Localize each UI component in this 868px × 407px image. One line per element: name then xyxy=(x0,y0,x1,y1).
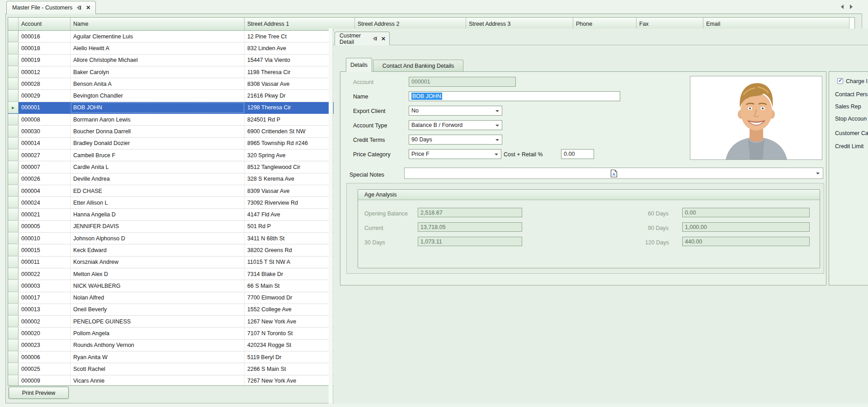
charge-checkbox[interactable]: ✓ xyxy=(837,78,843,84)
account-cell: 000020 xyxy=(19,327,71,339)
row-selector[interactable] xyxy=(8,375,19,385)
account-cell: 000017 xyxy=(19,292,71,304)
print-preview-label: Print Preview xyxy=(22,390,56,396)
tab-master-file-customers[interactable]: Master File - Customers ✕ xyxy=(6,1,96,14)
credit-terms-value: 90 Days xyxy=(411,136,432,143)
name-cell: JENNIFER DAVIS xyxy=(71,221,245,232)
customer-category-label: Customer Ca xyxy=(835,130,868,136)
pin-icon[interactable] xyxy=(76,5,82,10)
days60-field: 0.00 xyxy=(682,208,810,217)
export-client-dropdown[interactable]: No xyxy=(409,106,502,116)
column-header[interactable]: Name xyxy=(71,18,245,30)
name-cell: BOB JOHN xyxy=(71,102,245,113)
name-cell: Hanna Angelia D xyxy=(71,209,245,220)
chevron-down-icon xyxy=(816,173,820,174)
rich-text-document-icon: A xyxy=(610,169,617,179)
account-value: 000001 xyxy=(411,79,430,85)
row-selector[interactable] xyxy=(8,42,19,54)
row-selector[interactable] xyxy=(8,31,19,42)
row-selector[interactable] xyxy=(8,233,19,244)
panel-splitter[interactable] xyxy=(329,28,333,403)
account-cell: 000013 xyxy=(19,304,71,315)
row-selector[interactable] xyxy=(8,340,19,351)
close-icon[interactable]: ✕ xyxy=(86,5,90,10)
row-selector[interactable] xyxy=(8,185,19,196)
tab-customer-detail[interactable]: Custmer Detail ✕ xyxy=(335,32,390,45)
special-notes-label: Special Notes xyxy=(349,170,384,180)
cost-retail-value: 0.00 xyxy=(564,151,575,157)
name-cell: Korszniak Andrew xyxy=(71,257,245,268)
scroll-tabs-right-icon[interactable] xyxy=(850,5,853,9)
row-selector[interactable] xyxy=(8,90,19,101)
customer-detail-panel: Custmer Detail ✕ Details Contact And Ban… xyxy=(329,28,868,403)
row-selector[interactable] xyxy=(8,55,19,66)
export-client-value: No xyxy=(411,108,419,114)
account-cell: 000029 xyxy=(19,90,71,101)
scroll-tabs-left-icon[interactable] xyxy=(841,5,844,9)
name-cell: Cardle Anita L xyxy=(71,161,245,173)
name-input[interactable]: BOB JOHN xyxy=(409,91,620,101)
row-selector[interactable] xyxy=(8,304,19,315)
row-selector[interactable] xyxy=(8,292,19,304)
row-selector[interactable] xyxy=(8,150,19,161)
row-selector[interactable] xyxy=(8,78,19,89)
name-cell: Cambell Bruce F xyxy=(71,150,245,161)
account-cell: 000008 xyxy=(19,114,71,125)
tab-contact-and-banking[interactable]: Contact And Banking Details xyxy=(373,60,463,71)
sales-rep-label: Sales Rep xyxy=(835,103,861,110)
row-selector[interactable] xyxy=(8,173,19,185)
pin-icon[interactable] xyxy=(373,36,377,41)
row-selector[interactable] xyxy=(8,161,19,173)
column-header[interactable]: Account xyxy=(19,18,71,30)
row-selector[interactable] xyxy=(8,327,19,339)
tab-details-label: Details xyxy=(350,62,368,68)
account-cell: 000003 xyxy=(19,280,71,291)
row-selector[interactable] xyxy=(8,257,19,268)
row-selector[interactable] xyxy=(8,280,19,291)
print-preview-button[interactable]: Print Preview xyxy=(9,387,69,399)
account-cell: 000007 xyxy=(19,161,71,173)
row-selector[interactable] xyxy=(8,363,19,374)
account-cell: 000011 xyxy=(19,257,71,268)
row-selector-header xyxy=(8,18,19,30)
name-cell: ED CHASE xyxy=(71,185,245,196)
credit-limit-label: Credit Limit xyxy=(835,143,863,150)
panel-tab-title: Custmer Detail xyxy=(340,33,369,45)
row-selector[interactable]: ▸ xyxy=(8,102,19,113)
name-cell: Oneil Beverly xyxy=(71,304,245,315)
cost-retail-label: Cost + Retail % xyxy=(504,150,543,159)
current-value: 13,718.05 xyxy=(420,224,446,230)
special-notes-field[interactable]: A xyxy=(404,168,823,179)
row-selector[interactable] xyxy=(8,114,19,125)
row-selector[interactable] xyxy=(8,126,19,137)
account-cell: 000022 xyxy=(19,268,71,280)
tab-details[interactable]: Details xyxy=(346,58,372,72)
account-type-dropdown[interactable]: Balance B / Forword xyxy=(409,120,502,130)
account-cell: 000028 xyxy=(19,78,71,89)
days60-label: 60 Days xyxy=(648,209,669,219)
export-client-label: Export Client xyxy=(353,106,386,116)
row-selector[interactable] xyxy=(8,138,19,149)
tab-contact-label: Contact And Banking Details xyxy=(382,63,454,69)
name-cell: Pollom Angela xyxy=(71,327,245,339)
name-cell: PENELOPE GUINESS xyxy=(71,316,245,327)
price-category-dropdown[interactable]: Price F xyxy=(409,149,501,159)
row-selector[interactable] xyxy=(8,244,19,256)
row-selector[interactable] xyxy=(8,221,19,232)
name-cell: Vicars Annie xyxy=(71,375,245,385)
cost-retail-input[interactable]: 0.00 xyxy=(561,149,594,159)
row-selector[interactable] xyxy=(8,351,19,363)
current-row-arrow-icon: ▸ xyxy=(12,105,14,110)
row-selector[interactable] xyxy=(8,66,19,78)
row-selector[interactable] xyxy=(8,209,19,220)
side-options-box: ✓ Charge I Contact Pers Sales Rep Stop A… xyxy=(829,71,868,285)
row-selector[interactable] xyxy=(8,197,19,208)
name-cell: Allore Christophe Michael xyxy=(71,55,245,66)
row-selector[interactable] xyxy=(8,268,19,280)
days30-value: 1,073.11 xyxy=(420,239,442,245)
credit-terms-dropdown[interactable]: 90 Days xyxy=(409,135,502,145)
row-selector[interactable] xyxy=(8,316,19,327)
close-icon[interactable]: ✕ xyxy=(381,36,386,42)
account-cell: 000002 xyxy=(19,316,71,327)
account-cell: 000019 xyxy=(19,55,71,66)
